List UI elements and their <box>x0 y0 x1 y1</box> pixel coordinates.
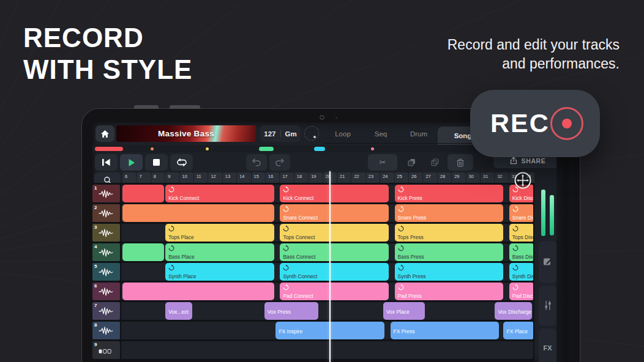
delete-button[interactable] <box>447 154 473 171</box>
play-icon <box>127 158 135 167</box>
track-lane-1[interactable]: Kick ConnectKick ConnectKick PressKick D… <box>121 185 533 202</box>
stop-button[interactable] <box>145 154 168 171</box>
scene-indicator-4 <box>259 147 274 151</box>
tempo-key-pill[interactable]: 127 Gm <box>260 125 301 142</box>
tab-loop[interactable]: Loop <box>324 130 362 138</box>
clip-pad-connect[interactable]: Pad Connect <box>280 283 389 300</box>
song-artwork-banner[interactable]: Massive Bass <box>116 125 256 142</box>
track-header-6[interactable]: 6 <box>92 283 120 300</box>
loop-icon <box>168 226 174 232</box>
track-number: 1 <box>94 185 97 191</box>
mixer-sliders-icon <box>544 300 552 311</box>
timeline-bar-label: 27 <box>423 172 436 179</box>
clip-tops-discharge[interactable]: Tops Discharge <box>509 224 533 242</box>
move-tool-icon[interactable] <box>514 171 532 190</box>
clip-snare-unlabeled[interactable] <box>122 204 274 222</box>
track-lane-2[interactable]: Snare ConnectSnare PressSnare Discharge <box>121 204 533 222</box>
mixer-panel-button[interactable] <box>539 286 556 326</box>
edit-panel-button[interactable] <box>539 241 556 283</box>
clip-pad-press[interactable]: Pad Press <box>395 283 504 300</box>
clip-fx-place[interactable]: FX Place <box>503 322 533 339</box>
clip-tops-place[interactable]: Tops Place <box>165 224 274 242</box>
timeline-bar-label: 8 <box>151 172 165 179</box>
clip-synth-discharge[interactable]: Synth Discharge <box>509 263 533 281</box>
tab-seq[interactable]: Seq <box>362 130 400 138</box>
waveform-icon <box>99 228 113 240</box>
track-lane-9[interactable] <box>121 341 533 359</box>
clip-label: Bass Place <box>168 254 195 260</box>
track-header-9[interactable]: 9 <box>92 341 120 359</box>
track-header-3[interactable]: 3 <box>92 224 120 242</box>
clip-snare-discharge[interactable]: Snare Discharge <box>509 204 533 222</box>
clip-label: Vox Press <box>268 309 291 315</box>
clip-kick-unlabeled[interactable] <box>122 185 164 202</box>
scene-indicator-5 <box>314 147 325 151</box>
paste-button[interactable] <box>402 154 421 171</box>
level-meter-1 <box>541 190 545 236</box>
track-lane-7[interactable]: Vox...ectVox PressVox PlaceVox Discharge <box>121 302 533 320</box>
track-header-4[interactable]: 4 <box>92 243 120 261</box>
clip-kick-connect[interactable]: Kick Connect <box>165 185 274 202</box>
clip-vox-discharge[interactable]: Vox Discharge <box>495 302 532 320</box>
scene-indicator-6 <box>371 147 374 150</box>
copy-button[interactable] <box>425 154 444 171</box>
loop-mode-button[interactable] <box>170 154 193 171</box>
clip-label: Tops Discharge <box>512 234 533 240</box>
tab-drum[interactable]: Drum <box>400 130 438 138</box>
clip-snare-press[interactable]: Snare Press <box>395 204 504 222</box>
clip-kick-connect[interactable]: Kick Connect <box>280 185 389 202</box>
track-number: 3 <box>94 224 97 230</box>
hero-title-line2: WITH STYLE <box>23 54 192 86</box>
scene-indicator-1 <box>95 147 123 151</box>
playhead[interactable] <box>329 171 331 362</box>
track-header-2[interactable]: 2 <box>92 204 120 222</box>
play-button[interactable] <box>120 154 143 171</box>
fx-panel-button[interactable]: FX <box>539 328 556 362</box>
hero-title: RECORD WITH STYLE <box>23 22 192 86</box>
clip-synth-connect[interactable]: Synth Connect <box>280 263 389 281</box>
track-lane-5[interactable]: Synth PlaceSynth ConnectSynth PressSynth… <box>121 263 533 281</box>
clip-synth-place[interactable]: Synth Place <box>165 263 274 281</box>
clip-bass-press[interactable]: Bass Press <box>395 243 504 261</box>
undo-button[interactable] <box>246 154 267 171</box>
timeline-bar-label: 31 <box>481 172 494 179</box>
clip-kick-press[interactable]: Kick Press <box>395 185 504 202</box>
clip-snare-connect[interactable]: Snare Connect <box>280 204 389 222</box>
master-knob[interactable] <box>304 126 319 141</box>
timeline-bar-label: 24 <box>380 172 394 179</box>
clip-tops-press[interactable]: Tops Press <box>395 224 504 242</box>
clip-label: Pad Discharge <box>512 293 533 299</box>
clip-synth-press[interactable]: Synth Press <box>395 263 504 281</box>
clip-bass-unlabeled[interactable] <box>122 243 164 261</box>
clip-bass-discharge[interactable]: Bass Discharge <box>509 243 533 261</box>
timeline-bar-label: 22 <box>351 172 365 179</box>
clip-vox-place[interactable]: Vox Place <box>383 302 425 320</box>
track-lane-6[interactable]: Pad ConnectPad PressPad Discharge <box>121 283 533 300</box>
waveform-icon <box>99 248 113 260</box>
clip-vox-press[interactable]: Vox Press <box>264 302 319 320</box>
clip-bass-place[interactable]: Bass Place <box>165 243 274 261</box>
skip-to-start-button[interactable] <box>95 154 118 171</box>
clip-pad-unlabeled[interactable] <box>122 283 274 300</box>
clip-pad-discharge[interactable]: Pad Discharge <box>509 283 533 300</box>
timeline-bar-label: 29 <box>452 172 465 179</box>
clip-bass-connect[interactable]: Bass Connect <box>280 243 389 261</box>
clip-vox-ect[interactable]: Vox...ect <box>165 302 192 320</box>
track-lane-3[interactable]: Tops PlaceTops ConnectTops PressTops Dis… <box>121 224 533 242</box>
loop-icon <box>283 206 289 212</box>
clip-tops-connect[interactable]: Tops Connect <box>280 224 389 242</box>
home-button[interactable] <box>95 125 114 142</box>
copy-icon <box>431 158 439 166</box>
hero-title-line1: RECORD <box>23 22 192 54</box>
track-header-1[interactable]: 1 <box>92 185 120 202</box>
cut-button[interactable]: ✂ <box>368 154 397 171</box>
redo-button[interactable] <box>269 154 290 171</box>
clip-fx-press[interactable]: FX Press <box>391 322 500 339</box>
track-header-5[interactable]: 5 <box>92 263 120 281</box>
track-lane-4[interactable]: Bass PlaceBass ConnectBass PressBass Dis… <box>121 243 533 261</box>
track-header-8[interactable]: 8 <box>92 322 120 339</box>
rec-overlay-pill[interactable]: REC <box>470 90 600 157</box>
track-lane-8[interactable]: FX InspireFX PressFX Place <box>121 322 533 339</box>
track-header-7[interactable]: 7 <box>92 302 120 320</box>
undo-icon <box>252 158 261 166</box>
